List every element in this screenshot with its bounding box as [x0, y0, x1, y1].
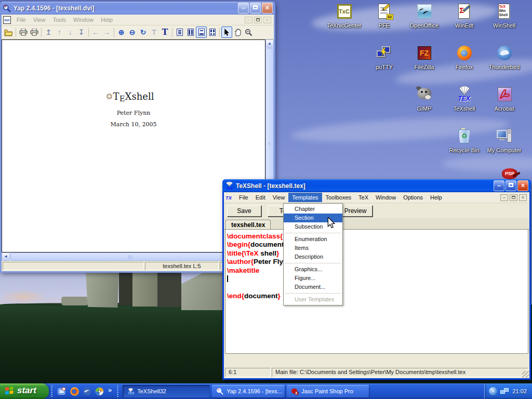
dvi-page: TEXshell Peter Flynn March 10, 2005: [2, 40, 265, 128]
zoom-in-icon[interactable]: ⊕: [116, 26, 127, 38]
desktop-icon-firefox[interactable]: Firefox: [445, 44, 484, 85]
toolbar-separator: [41, 28, 42, 37]
texshell-minimize-button[interactable]: –: [494, 180, 504, 191]
text-outline-icon[interactable]: T: [149, 26, 159, 38]
resize-grip[interactable]: [522, 371, 529, 378]
taskbar-button-texshell[interactable]: TeXTeXShell32: [123, 385, 210, 397]
yap-titlebar[interactable]: Yap 2.4.1596 - [texshell.dvi] – ×: [0, 2, 275, 15]
taskbar-grip[interactable]: [117, 385, 118, 397]
open-icon[interactable]: [3, 26, 14, 38]
yap-minimize-button[interactable]: –: [238, 3, 249, 14]
texshell-menu-help[interactable]: Help: [427, 193, 446, 202]
menu-item-document[interactable]: Document...: [284, 283, 342, 291]
view-continuous-facing-icon[interactable]: [207, 26, 218, 38]
texshell-menu-file[interactable]: File: [235, 193, 252, 202]
tab-texshell-tex[interactable]: texshell.tex: [225, 220, 271, 229]
save-button[interactable]: Save: [227, 205, 261, 217]
code-editor[interactable]: \documentclass{\begin{document}\title{\T…: [225, 229, 528, 354]
mdi-close-icon[interactable]: ×: [519, 194, 527, 201]
yap-menu-tools[interactable]: Tools: [49, 15, 70, 24]
texshell-close-button[interactable]: ×: [517, 180, 528, 191]
zoom-out-icon[interactable]: ⊖: [127, 26, 138, 38]
text-render-icon[interactable]: T: [159, 26, 170, 38]
back-icon[interactable]: ←: [90, 26, 101, 38]
desktop-icon-openoffice[interactable]: OpenOffice: [405, 2, 444, 44]
toolbar-separator: [219, 28, 220, 37]
magnifier-tool-icon[interactable]: [243, 26, 254, 38]
quicklaunch-media-player-icon[interactable]: [95, 387, 104, 396]
start-button[interactable]: start: [0, 383, 49, 399]
texshell-menu-tex[interactable]: TeX: [355, 193, 372, 202]
desktop-icon-recycle-bin[interactable]: ♻Recycle Bin: [445, 127, 484, 168]
hand-tool-icon[interactable]: [232, 26, 243, 38]
scroll-up-icon[interactable]: ▲: [265, 39, 274, 48]
menu-item-chapter[interactable]: Chapter: [284, 205, 342, 214]
quicklaunch-firefox-icon[interactable]: [70, 387, 79, 396]
scroll-left-icon[interactable]: ◄: [2, 252, 10, 261]
yap-close-button[interactable]: ×: [262, 3, 273, 14]
quicklaunch-show-desktop-icon[interactable]: [58, 387, 66, 396]
refresh-icon[interactable]: ↻: [138, 26, 149, 38]
mdi-minimize-icon[interactable]: –: [500, 194, 508, 201]
mdi-close-icon[interactable]: ×: [263, 17, 271, 23]
print-range-icon[interactable]: [29, 26, 39, 38]
desktop-icon-winedt[interactable]: ΣWinEdt: [445, 2, 484, 44]
mdi-minimize-icon[interactable]: –: [245, 17, 252, 23]
network-tray-icon[interactable]: [500, 388, 509, 395]
desktop-icon-putty[interactable]: puTTY: [365, 44, 404, 85]
quicklaunch-thunderbird-icon[interactable]: [83, 387, 91, 396]
view-facing-pages-icon[interactable]: [185, 26, 196, 38]
view-single-page-icon[interactable]: [174, 26, 185, 38]
menu-item-figure[interactable]: Figure...: [284, 274, 342, 283]
yap-maximize-button[interactable]: [250, 3, 261, 14]
tray-collapse-icon[interactable]: ‹: [489, 387, 497, 395]
code-line: \documentclass{: [227, 232, 528, 241]
desktop-icon-paint-shop-pro[interactable]: PSP: [500, 168, 520, 180]
view-continuous-icon[interactable]: [196, 26, 207, 38]
texshell-menu-templates[interactable]: Templates: [288, 193, 322, 202]
desktop-icon-thunderbird[interactable]: Thunderbird: [485, 44, 524, 85]
menu-item-graphics[interactable]: Graphics...: [284, 265, 342, 274]
texshell-titlebar[interactable]: TeX TeXShell - [texshell.tex] – ×: [222, 179, 531, 192]
texshell-menu-view[interactable]: View: [269, 193, 289, 202]
yap-menu-window[interactable]: Window: [70, 15, 97, 24]
yap-menu-file[interactable]: File: [13, 15, 30, 24]
texshell-menu-edit[interactable]: Edit: [252, 193, 269, 202]
print-icon[interactable]: [18, 26, 29, 38]
desktop-icon-my-computer[interactable]: My Computer: [485, 127, 524, 168]
mdi-restore-icon[interactable]: [510, 194, 517, 201]
menu-item-description[interactable]: Description: [284, 252, 342, 261]
desktop-icon-gimp[interactable]: GIMP: [405, 85, 444, 127]
desktop-icon-filezilla[interactable]: FZFileZilla: [405, 44, 444, 85]
next-page-icon[interactable]: ↓: [65, 26, 76, 38]
texshell-menu-toolboxes[interactable]: Toolboxes: [322, 193, 355, 202]
desktop-icon-label: puTTY: [365, 64, 404, 70]
menu-item-enumeration[interactable]: Enumeration: [284, 235, 342, 244]
code-line: \author{Peter Fly: [227, 258, 528, 266]
texshell-maximize-button[interactable]: [506, 180, 516, 191]
taskbar-button-yap[interactable]: Yap 2.4.1596 - [texs...: [212, 385, 285, 397]
yap-menu-help[interactable]: Help: [97, 15, 116, 24]
preview-button[interactable]: Preview: [338, 205, 373, 217]
previous-page-icon[interactable]: ↑: [54, 26, 65, 38]
firefox-icon: [456, 45, 473, 62]
texshell-menu-options[interactable]: Options: [400, 193, 427, 202]
toolbar-separator: [172, 28, 172, 37]
last-page-icon[interactable]: ↧: [76, 26, 87, 38]
first-page-icon[interactable]: ↥: [43, 26, 54, 38]
menu-item-items[interactable]: Items: [284, 244, 342, 252]
texshell-menu-window[interactable]: Window: [372, 193, 400, 202]
quicklaunch-overflow-chevron[interactable]: »: [108, 386, 112, 394]
desktop-icon-texniccenter[interactable]: TxCTeXnicCenter: [325, 2, 364, 44]
horizontal-scroll-thumb[interactable]: |||: [10, 252, 250, 261]
taskbar-button-psp[interactable]: 8Jasc Paint Shop Pro: [287, 385, 369, 397]
yap-menu-view[interactable]: View: [30, 15, 49, 24]
desktop-icon-acrobat[interactable]: Acrobat: [485, 85, 524, 127]
mdi-restore-icon[interactable]: [254, 17, 262, 23]
desktop-icon-pfe[interactable]: 32PFE: [365, 2, 404, 44]
quicklaunch-grip[interactable]: [51, 385, 52, 397]
forward-icon[interactable]: →: [101, 26, 112, 38]
desktop-icon-texshell[interactable]: TEXTeXshell: [445, 85, 484, 127]
select-tool-icon[interactable]: [221, 26, 232, 38]
desktop-icon-winshell[interactable]: TeXWinShellWinShell: [485, 2, 524, 44]
